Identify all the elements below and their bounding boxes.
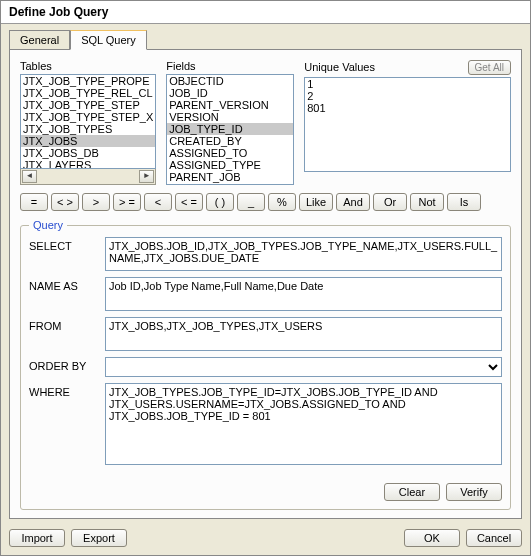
values-listbox[interactable]: 12801 xyxy=(304,77,511,172)
op-ge-button[interactable]: > = xyxy=(113,193,141,211)
bottom-bar: Import Export OK Cancel xyxy=(1,523,530,555)
sql-query-panel: Tables JTX_JOB_TYPE_PROPEJTX_JOB_TYPE_RE… xyxy=(9,49,522,519)
list-item[interactable]: JTX_JOB_TYPE_STEP xyxy=(21,99,155,111)
list-item[interactable]: JTX_LAYERS xyxy=(21,159,155,169)
tab-row: General SQL Query xyxy=(9,30,522,50)
export-button[interactable]: Export xyxy=(71,529,127,547)
nameas-label: NAME AS xyxy=(29,277,99,292)
clear-button[interactable]: Clear xyxy=(384,483,440,501)
list-item[interactable]: 801 xyxy=(305,102,510,114)
op-percent-button[interactable]: % xyxy=(268,193,296,211)
define-job-query-dialog: Define Job Query General SQL Query Table… xyxy=(0,0,531,556)
op-ne-button[interactable]: < > xyxy=(51,193,79,211)
tables-label: Tables xyxy=(20,60,156,72)
op-and-button[interactable]: And xyxy=(336,193,370,211)
orderby-label: ORDER BY xyxy=(29,357,99,372)
list-item[interactable]: JOB_ID xyxy=(167,87,293,99)
op-le-button[interactable]: < = xyxy=(175,193,203,211)
window-title: Define Job Query xyxy=(1,1,530,24)
list-item[interactable]: OBJECTID xyxy=(167,75,293,87)
list-item[interactable]: CREATED_BY xyxy=(167,135,293,147)
import-button[interactable]: Import xyxy=(9,529,65,547)
list-item[interactable]: JTX_JOB_TYPE_STEP_X xyxy=(21,111,155,123)
select-label: SELECT xyxy=(29,237,99,252)
from-label: FROM xyxy=(29,317,99,332)
op-lt-button[interactable]: < xyxy=(144,193,172,211)
op-eq-button[interactable]: = xyxy=(20,193,48,211)
list-item[interactable]: JOB_TYPE_ID xyxy=(167,123,293,135)
list-item[interactable]: ASSIGNED_TYPE xyxy=(167,159,293,171)
select-input[interactable] xyxy=(105,237,502,271)
cancel-button[interactable]: Cancel xyxy=(466,529,522,547)
values-column: Unique Values Get All 12801 xyxy=(304,60,511,185)
tables-column: Tables JTX_JOB_TYPE_PROPEJTX_JOB_TYPE_RE… xyxy=(20,60,156,185)
list-item[interactable]: PARENT_VERSION xyxy=(167,99,293,111)
lists-row: Tables JTX_JOB_TYPE_PROPEJTX_JOB_TYPE_RE… xyxy=(20,60,511,185)
op-underscore-button[interactable]: _ xyxy=(237,193,265,211)
fields-listbox[interactable]: OBJECTIDJOB_IDPARENT_VERSIONVERSIONJOB_T… xyxy=(166,74,294,185)
orderby-select[interactable] xyxy=(105,357,502,377)
values-label: Unique Values xyxy=(304,61,375,73)
op-paren-button[interactable]: ( ) xyxy=(206,193,234,211)
tables-listbox[interactable]: JTX_JOB_TYPE_PROPEJTX_JOB_TYPE_REL_CLJTX… xyxy=(20,74,156,169)
fields-column: Fields OBJECTIDJOB_IDPARENT_VERSIONVERSI… xyxy=(166,60,294,185)
op-gt-button[interactable]: > xyxy=(82,193,110,211)
where-input[interactable] xyxy=(105,383,502,465)
scroll-left-icon[interactable]: ◄ xyxy=(22,170,37,183)
verify-button[interactable]: Verify xyxy=(446,483,502,501)
list-item[interactable]: VERSION xyxy=(167,111,293,123)
op-not-button[interactable]: Not xyxy=(410,193,444,211)
fields-label: Fields xyxy=(166,60,294,72)
query-fieldset: Query SELECT NAME AS FROM ORDER BY xyxy=(20,219,511,510)
ok-button[interactable]: OK xyxy=(404,529,460,547)
scroll-right-icon[interactable]: ► xyxy=(139,170,154,183)
get-all-button[interactable]: Get All xyxy=(468,60,511,75)
dialog-content: General SQL Query Tables JTX_JOB_TYPE_PR… xyxy=(1,24,530,523)
from-input[interactable] xyxy=(105,317,502,351)
list-item[interactable]: ASSIGNED_TO xyxy=(167,147,293,159)
nameas-input[interactable] xyxy=(105,277,502,311)
where-label: WHERE xyxy=(29,383,99,398)
list-item[interactable]: JTX_JOB_TYPE_REL_CL xyxy=(21,87,155,99)
list-item[interactable]: JTX_JOBS_DB xyxy=(21,147,155,159)
list-item[interactable]: PARENT_JOB xyxy=(167,171,293,183)
op-like-button[interactable]: Like xyxy=(299,193,333,211)
list-item[interactable]: JTX_JOB_TYPE_PROPE xyxy=(21,75,155,87)
query-legend: Query xyxy=(29,219,67,231)
tables-hscroll[interactable]: ◄ ► xyxy=(20,169,156,185)
op-or-button[interactable]: Or xyxy=(373,193,407,211)
tab-sql-query[interactable]: SQL Query xyxy=(70,30,147,50)
list-item[interactable]: 2 xyxy=(305,90,510,102)
list-item[interactable]: JTX_JOB_TYPES xyxy=(21,123,155,135)
operator-row: = < > > > = < < = ( ) _ % Like And Or No… xyxy=(20,193,511,211)
op-is-button[interactable]: Is xyxy=(447,193,481,211)
list-item[interactable]: 1 xyxy=(305,78,510,90)
list-item[interactable]: JTX_JOBS xyxy=(21,135,155,147)
tab-general[interactable]: General xyxy=(9,30,70,50)
